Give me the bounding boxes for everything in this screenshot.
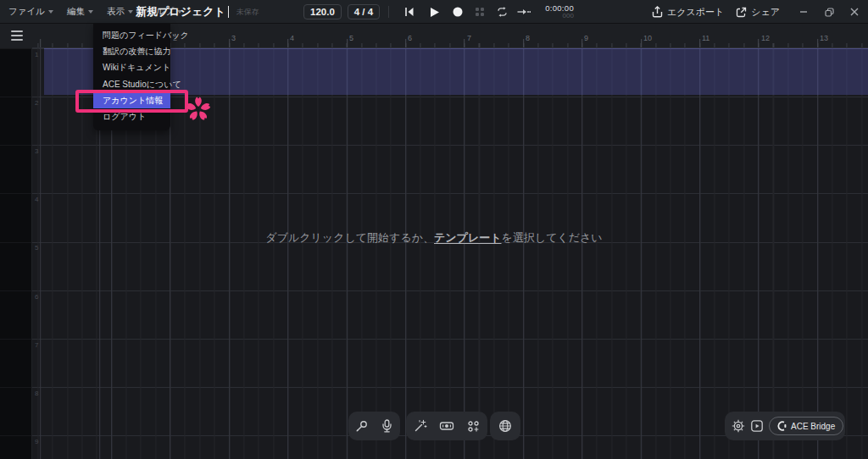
close-icon <box>850 8 859 16</box>
tuner-button[interactable] <box>435 412 459 440</box>
annotation-highlight-box <box>75 90 188 113</box>
bar-number: 7 <box>467 34 471 42</box>
close-button[interactable] <box>848 0 861 24</box>
empty-state-message: ダブルクリックして開始するか、テンプレートを選択してください <box>0 230 868 246</box>
ai-tools-button[interactable] <box>409 412 432 440</box>
studio-mic-icon <box>381 419 393 433</box>
skip-to-start-button[interactable] <box>398 0 420 24</box>
tempo-box[interactable]: 120.0 <box>303 4 342 19</box>
export-icon <box>652 6 663 18</box>
time-display: 0:00:00 000 <box>545 4 574 19</box>
divider <box>388 6 389 18</box>
row-number: 8 <box>35 390 38 397</box>
save-status-label: 未保存 <box>236 7 259 18</box>
row-number: 9 <box>35 438 38 445</box>
minimize-button[interactable] <box>797 0 810 24</box>
gear-icon <box>732 419 745 433</box>
dots-plus-icon <box>467 420 480 433</box>
metronome-button[interactable] <box>469 0 491 24</box>
row-number: 2 <box>35 99 38 107</box>
app-window: 1 2 3 4 5 6 7 8 9 ダブルクリックして開始するか、テンプレートを… <box>0 0 868 459</box>
bar-number: 6 <box>408 34 412 42</box>
globe-icon <box>498 419 512 433</box>
project-title-input[interactable]: 新規プロジェクト <box>136 4 225 19</box>
player-icon <box>750 419 764 433</box>
chevron-down-icon <box>88 10 93 14</box>
empty-state-text: を選択してください <box>502 231 603 244</box>
bar-number: 11 <box>702 34 709 42</box>
studio-mic-button[interactable] <box>375 412 398 440</box>
transport-controls: 120.0 4 / 4 0:00:00 000 <box>303 0 574 24</box>
player-panel-button[interactable] <box>750 412 764 440</box>
template-link[interactable]: テンプレート <box>434 231 502 244</box>
language-button[interactable] <box>493 412 517 440</box>
record-button[interactable] <box>447 0 469 24</box>
edit-tools-pill <box>406 412 487 440</box>
settings-pill: ACE Bridge <box>725 412 845 440</box>
row-number: 4 <box>35 196 38 203</box>
help-dropdown-menu: 問題のフィードバック 翻訳の改善に協力 Wikiドキュメント ACE Studi… <box>93 24 170 130</box>
row-number: 1 <box>35 51 38 58</box>
track-list-panel[interactable] <box>0 48 32 459</box>
loop-icon <box>497 7 508 17</box>
tuner-icon <box>439 419 454 433</box>
share-icon <box>736 7 747 18</box>
play-button[interactable] <box>423 0 445 24</box>
text-cursor <box>228 6 229 18</box>
settings-button[interactable] <box>732 412 745 440</box>
language-pill <box>490 412 520 440</box>
minimize-icon <box>799 8 808 16</box>
menu-item-translation[interactable]: 翻訳の改善に協力 <box>93 43 170 59</box>
share-button[interactable]: シェア <box>736 6 780 19</box>
play-icon <box>429 7 440 18</box>
dots-grid-icon <box>475 7 485 17</box>
ace-bridge-button[interactable]: ACE Bridge <box>769 417 843 435</box>
bar-number: 8 <box>526 34 530 42</box>
bar-number: 9 <box>584 34 588 42</box>
skip-back-icon <box>404 7 415 17</box>
row-number: 6 <box>35 293 38 301</box>
auto-scroll-button[interactable] <box>513 0 535 24</box>
menu-view[interactable]: 表示 <box>107 6 133 18</box>
mic-icon <box>355 420 368 433</box>
vocal-record-button[interactable] <box>350 412 374 440</box>
restore-window-icon <box>825 8 834 17</box>
menu-file[interactable]: ファイル <box>8 6 53 18</box>
cursor-flower-icon <box>185 94 212 124</box>
bar-number: 12 <box>761 34 770 42</box>
record-tools-pill <box>348 412 400 440</box>
hamburger-menu-icon[interactable] <box>11 30 23 41</box>
bar-number: 4 <box>290 34 294 42</box>
bar-number: 13 <box>820 34 828 42</box>
ace-bridge-logo-icon <box>777 421 787 431</box>
bar-number: 5 <box>349 34 353 42</box>
bar-number: 10 <box>643 34 652 42</box>
menu-edit[interactable]: 編集 <box>67 6 93 18</box>
menu-item-feedback[interactable]: 問題のフィードバック <box>93 27 170 43</box>
bar-number: 3 <box>231 34 236 42</box>
ace-bridge-label: ACE Bridge <box>791 422 835 431</box>
empty-state-text: ダブルクリックして開始するか、 <box>265 231 434 244</box>
follow-playhead-icon <box>517 7 531 17</box>
chevron-down-icon <box>48 10 53 14</box>
add-effect-button[interactable] <box>461 412 485 440</box>
record-icon <box>453 7 463 17</box>
top-menubar: ファイル 編集 表示 ヘルプ 新規プロジェクト 未保存 120.0 4 / 4 <box>0 0 868 24</box>
magic-wand-icon <box>414 419 427 433</box>
loop-button[interactable] <box>491 0 513 24</box>
track-header-corner <box>0 24 32 48</box>
row-number: 3 <box>35 147 38 155</box>
time-signature-box[interactable]: 4 / 4 <box>348 4 380 19</box>
chevron-down-icon <box>128 10 133 14</box>
menu-item-wiki[interactable]: Wikiドキュメント <box>93 60 170 76</box>
row-number: 7 <box>35 341 38 349</box>
restore-button[interactable] <box>822 0 836 24</box>
export-button[interactable]: エクスポート <box>652 6 724 19</box>
